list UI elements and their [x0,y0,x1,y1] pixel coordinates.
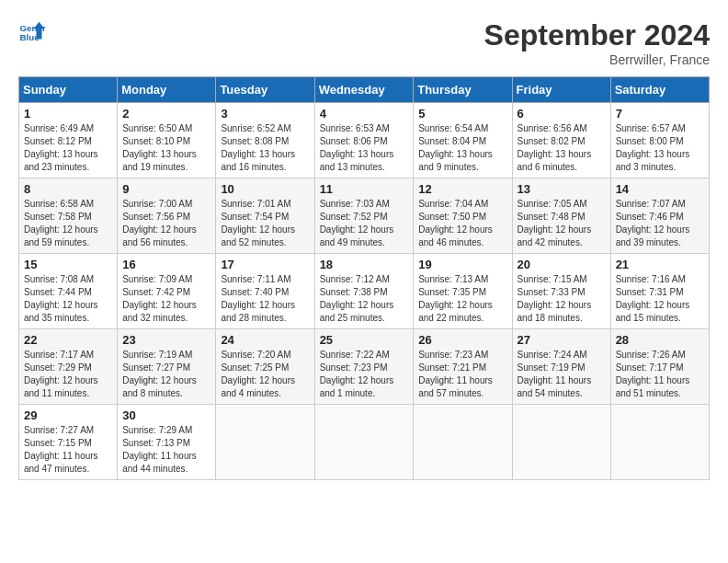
day-info: Sunrise: 7:08 AM Sunset: 7:44 PM Dayligh… [24,273,112,325]
day-number: 24 [221,333,309,347]
calendar-cell: 4Sunrise: 6:53 AM Sunset: 8:06 PM Daylig… [314,103,414,178]
day-info: Sunrise: 7:29 AM Sunset: 7:13 PM Dayligh… [122,424,210,476]
calendar-cell [314,405,414,480]
calendar-cell [216,405,314,480]
calendar-cell: 8Sunrise: 6:58 AM Sunset: 7:58 PM Daylig… [19,178,118,254]
calendar-cell: 29Sunrise: 7:27 AM Sunset: 7:15 PM Dayli… [19,405,118,480]
day-number: 22 [24,333,112,347]
calendar-cell: 6Sunrise: 6:56 AM Sunset: 8:02 PM Daylig… [512,103,610,178]
calendar-cell: 20Sunrise: 7:15 AM Sunset: 7:33 PM Dayli… [512,254,610,329]
calendar-cell: 13Sunrise: 7:05 AM Sunset: 7:48 PM Dayli… [512,178,610,254]
day-number: 4 [320,107,409,121]
calendar-cell: 24Sunrise: 7:20 AM Sunset: 7:25 PM Dayli… [216,329,314,405]
day-number: 10 [221,182,309,196]
calendar-week-3: 15Sunrise: 7:08 AM Sunset: 7:44 PM Dayli… [19,254,710,329]
day-info: Sunrise: 7:17 AM Sunset: 7:29 PM Dayligh… [24,349,112,400]
calendar-cell: 18Sunrise: 7:12 AM Sunset: 7:38 PM Dayli… [314,254,414,329]
calendar-header-row: SundayMondayTuesdayWednesdayThursdayFrid… [19,77,710,103]
calendar-cell: 19Sunrise: 7:13 AM Sunset: 7:35 PM Dayli… [414,254,512,329]
calendar-cell: 23Sunrise: 7:19 AM Sunset: 7:27 PM Dayli… [118,329,216,405]
calendar-week-1: 1Sunrise: 6:49 AM Sunset: 8:12 PM Daylig… [19,103,710,178]
calendar-cell: 30Sunrise: 7:29 AM Sunset: 7:13 PM Dayli… [118,405,216,480]
calendar-cell: 5Sunrise: 6:54 AM Sunset: 8:04 PM Daylig… [414,103,512,178]
day-number: 7 [616,107,704,121]
day-number: 20 [518,258,606,271]
day-info: Sunrise: 7:26 AM Sunset: 7:17 PM Dayligh… [616,349,704,400]
day-number: 17 [221,258,309,271]
location-title: Berrwiller, France [484,52,710,67]
header-sunday: Sunday [19,77,118,103]
day-number: 11 [320,182,409,196]
day-info: Sunrise: 7:05 AM Sunset: 7:48 PM Dayligh… [518,198,606,249]
day-number: 19 [418,258,506,271]
day-number: 5 [418,107,506,121]
day-info: Sunrise: 6:50 AM Sunset: 8:10 PM Dayligh… [122,122,210,174]
day-number: 29 [24,408,112,422]
day-info: Sunrise: 7:12 AM Sunset: 7:38 PM Dayligh… [320,273,409,325]
day-number: 28 [616,333,704,347]
day-info: Sunrise: 7:15 AM Sunset: 7:33 PM Dayligh… [518,273,606,325]
title-section: September 2024 Berrwiller, France [484,18,710,67]
day-info: Sunrise: 6:53 AM Sunset: 8:06 PM Dayligh… [320,122,409,174]
day-info: Sunrise: 7:24 AM Sunset: 7:19 PM Dayligh… [518,349,606,400]
day-number: 15 [24,258,112,271]
day-number: 30 [122,408,210,422]
calendar-cell: 2Sunrise: 6:50 AM Sunset: 8:10 PM Daylig… [118,103,216,178]
calendar-cell: 22Sunrise: 7:17 AM Sunset: 7:29 PM Dayli… [19,329,118,405]
calendar-cell: 16Sunrise: 7:09 AM Sunset: 7:42 PM Dayli… [118,254,216,329]
calendar-week-2: 8Sunrise: 6:58 AM Sunset: 7:58 PM Daylig… [19,178,710,254]
day-number: 14 [616,182,704,196]
calendar-cell: 9Sunrise: 7:00 AM Sunset: 7:56 PM Daylig… [118,178,216,254]
header-tuesday: Tuesday [216,77,314,103]
day-info: Sunrise: 7:11 AM Sunset: 7:40 PM Dayligh… [221,273,309,325]
day-info: Sunrise: 6:58 AM Sunset: 7:58 PM Dayligh… [24,198,112,249]
header-wednesday: Wednesday [314,77,414,103]
day-info: Sunrise: 6:49 AM Sunset: 8:12 PM Dayligh… [24,122,112,174]
calendar-cell [512,405,610,480]
header-monday: Monday [118,77,216,103]
day-info: Sunrise: 7:00 AM Sunset: 7:56 PM Dayligh… [122,198,210,249]
calendar-week-4: 22Sunrise: 7:17 AM Sunset: 7:29 PM Dayli… [19,329,710,405]
day-info: Sunrise: 7:19 AM Sunset: 7:27 PM Dayligh… [122,349,210,400]
day-number: 18 [320,258,409,271]
header-saturday: Saturday [610,77,709,103]
day-info: Sunrise: 6:54 AM Sunset: 8:04 PM Dayligh… [418,122,506,174]
calendar-cell: 26Sunrise: 7:23 AM Sunset: 7:21 PM Dayli… [414,329,512,405]
day-info: Sunrise: 6:52 AM Sunset: 8:08 PM Dayligh… [221,122,309,174]
day-number: 12 [418,182,506,196]
calendar-cell: 27Sunrise: 7:24 AM Sunset: 7:19 PM Dayli… [512,329,610,405]
day-info: Sunrise: 7:03 AM Sunset: 7:52 PM Dayligh… [320,198,409,249]
calendar-cell: 3Sunrise: 6:52 AM Sunset: 8:08 PM Daylig… [216,103,314,178]
calendar-week-5: 29Sunrise: 7:27 AM Sunset: 7:15 PM Dayli… [19,405,710,480]
day-number: 13 [518,182,606,196]
day-number: 16 [122,258,210,271]
day-number: 2 [122,107,210,121]
calendar-table: SundayMondayTuesdayWednesdayThursdayFrid… [18,76,710,480]
day-number: 26 [418,333,506,347]
calendar-cell: 1Sunrise: 6:49 AM Sunset: 8:12 PM Daylig… [19,103,118,178]
day-number: 3 [221,107,309,121]
day-number: 27 [518,333,606,347]
day-info: Sunrise: 7:07 AM Sunset: 7:46 PM Dayligh… [616,198,704,249]
day-info: Sunrise: 7:27 AM Sunset: 7:15 PM Dayligh… [24,424,112,476]
calendar-cell [414,405,512,480]
day-number: 6 [518,107,606,121]
calendar-cell: 15Sunrise: 7:08 AM Sunset: 7:44 PM Dayli… [19,254,118,329]
day-number: 21 [616,258,704,271]
calendar-cell: 17Sunrise: 7:11 AM Sunset: 7:40 PM Dayli… [216,254,314,329]
day-number: 23 [122,333,210,347]
day-info: Sunrise: 6:56 AM Sunset: 8:02 PM Dayligh… [518,122,606,174]
day-number: 1 [24,107,112,121]
day-info: Sunrise: 7:22 AM Sunset: 7:23 PM Dayligh… [320,349,409,400]
logo: General Blue [18,18,46,46]
calendar-cell: 14Sunrise: 7:07 AM Sunset: 7:46 PM Dayli… [610,178,709,254]
day-number: 9 [122,182,210,196]
day-info: Sunrise: 7:04 AM Sunset: 7:50 PM Dayligh… [418,198,506,249]
calendar-cell: 10Sunrise: 7:01 AM Sunset: 7:54 PM Dayli… [216,178,314,254]
calendar-cell: 28Sunrise: 7:26 AM Sunset: 7:17 PM Dayli… [610,329,709,405]
calendar-cell: 25Sunrise: 7:22 AM Sunset: 7:23 PM Dayli… [314,329,414,405]
calendar-cell: 12Sunrise: 7:04 AM Sunset: 7:50 PM Dayli… [414,178,512,254]
calendar-cell: 21Sunrise: 7:16 AM Sunset: 7:31 PM Dayli… [610,254,709,329]
month-title: September 2024 [484,18,710,52]
day-info: Sunrise: 7:16 AM Sunset: 7:31 PM Dayligh… [616,273,704,325]
